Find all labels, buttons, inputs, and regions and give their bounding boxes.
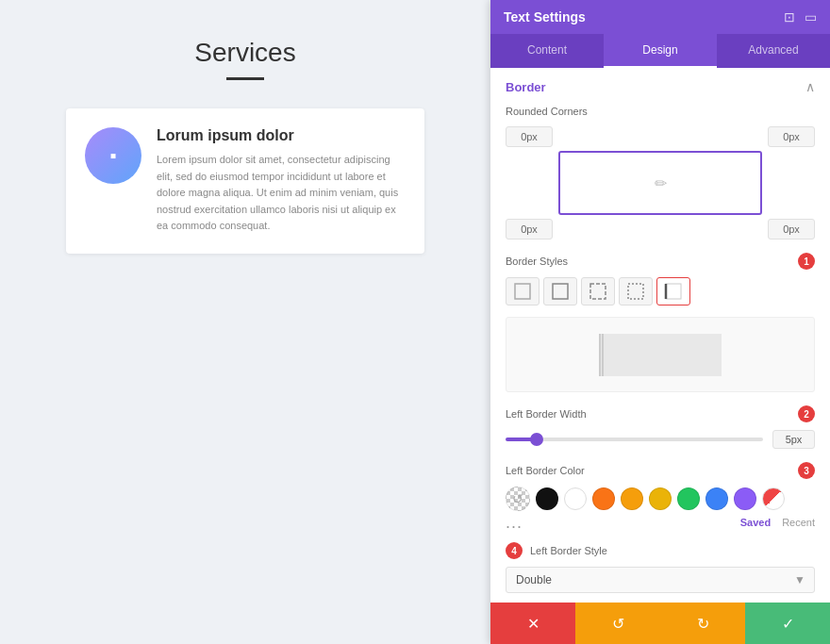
border-style-value: Double [516, 573, 552, 586]
card-heading: Lorum ipsum dolor [157, 127, 406, 144]
page-title: Services [194, 38, 295, 68]
cancel-icon: ✕ [527, 615, 540, 633]
svg-rect-0 [515, 284, 530, 299]
collapse-icon[interactable]: ∧ [805, 79, 815, 94]
title-underline [226, 77, 264, 80]
badge-3: 3 [798, 462, 815, 479]
tab-advanced[interactable]: Advanced [717, 34, 830, 68]
badge-2: 2 [798, 405, 815, 422]
color-blue[interactable] [706, 487, 728, 510]
color-tab-saved[interactable]: Saved [740, 517, 771, 537]
rounded-corners-label: Rounded Corners [506, 106, 815, 117]
left-border-style-label: Left Border Style [530, 545, 607, 556]
content-card: ▪ Lorum ipsum dolor Lorem ipsum dolor si… [66, 108, 424, 254]
border-style-dotted[interactable] [619, 277, 653, 305]
card-content: Lorum ipsum dolor Lorem ipsum dolor sit … [157, 127, 406, 235]
corner-top-row [506, 126, 815, 147]
color-more-dots[interactable]: ··· [506, 517, 523, 537]
color-yellow[interactable] [649, 487, 672, 510]
color-green[interactable] [677, 487, 700, 510]
settings-panel: Text Settings ⊡ ▭ Content Design Advance… [490, 0, 830, 644]
save-button[interactable]: ✓ [745, 603, 830, 644]
color-tab-recent[interactable]: Recent [782, 517, 815, 537]
svg-rect-2 [590, 284, 606, 299]
border-style-none[interactable] [506, 277, 540, 305]
tab-content[interactable]: Content [490, 34, 604, 68]
save-icon: ✓ [782, 615, 794, 633]
corner-bottom-row [506, 219, 815, 239]
color-orange[interactable] [592, 487, 615, 510]
edit-icon: ✏ [655, 174, 667, 192]
rounded-corners-control: ✏ [506, 126, 815, 239]
corner-preview-box: ✏ [558, 151, 762, 215]
left-border-color-label: Left Border Color [506, 465, 585, 476]
border-style-options [506, 277, 815, 305]
undo-icon: ↺ [612, 615, 624, 633]
border-section: Border ∧ Rounded Corners [490, 68, 830, 603]
border-style-left[interactable] [656, 277, 690, 305]
corner-bottom-right-input[interactable] [768, 219, 815, 239]
border-section-header[interactable]: Border ∧ [490, 68, 830, 106]
badge-4: 4 [506, 542, 523, 559]
color-white[interactable] [564, 487, 587, 510]
corner-bottom-left-input[interactable] [506, 219, 553, 239]
corner-middle-row: ✏ [506, 151, 815, 215]
cancel-button[interactable]: ✕ [490, 603, 575, 644]
svg-rect-3 [628, 284, 643, 299]
border-width-input[interactable] [772, 430, 815, 449]
left-border-width-label: Left Border Width [506, 408, 587, 420]
avatar: ▪ [85, 127, 141, 184]
border-style-select[interactable]: Double [506, 567, 815, 593]
color-transparent[interactable]: ↺ [506, 487, 530, 511]
settings-title: Text Settings [504, 9, 586, 25]
border-preview-box [599, 334, 722, 376]
badge-1: 1 [798, 253, 815, 270]
border-section-title: Border [506, 80, 546, 94]
color-swatches-row: ↺ [506, 487, 815, 511]
settings-header: Text Settings ⊡ ▭ [490, 0, 830, 34]
card-body: Lorem ipsum dolor sit amet, consectetur … [157, 152, 406, 235]
border-styles-label: Border Styles [506, 256, 568, 267]
monitor-icon: ▪ [109, 145, 116, 167]
color-purple[interactable] [734, 487, 756, 510]
svg-rect-4 [666, 284, 681, 299]
border-preview-area [506, 317, 815, 392]
header-icons: ⊡ ▭ [784, 9, 817, 25]
corner-top-left-input[interactable] [506, 126, 553, 147]
tab-design[interactable]: Design [604, 34, 717, 68]
settings-body: Border ∧ Rounded Corners [490, 68, 830, 603]
redo-icon: ↻ [697, 615, 709, 633]
section-content: Rounded Corners ✏ [490, 106, 830, 603]
expand-icon[interactable]: ▭ [805, 9, 817, 25]
resize-icon[interactable]: ⊡ [784, 9, 795, 25]
border-style-dashed[interactable] [581, 277, 615, 305]
settings-footer: ✕ ↺ ↻ ✓ [490, 603, 830, 644]
undo-button[interactable]: ↺ [575, 603, 660, 644]
border-style-solid[interactable] [543, 277, 577, 305]
slider-row [506, 430, 815, 449]
border-width-slider[interactable] [506, 438, 763, 441]
color-black[interactable] [536, 487, 558, 510]
color-red-striped[interactable] [762, 487, 785, 510]
corner-top-right-input[interactable] [768, 126, 815, 147]
color-amber[interactable] [621, 487, 643, 510]
settings-tabs: Content Design Advanced [490, 34, 830, 68]
page-preview: Services ▪ Lorum ipsum dolor Lorem ipsum… [0, 0, 490, 644]
color-tabs-row: ··· Saved Recent [506, 517, 815, 537]
svg-rect-1 [553, 284, 568, 299]
redo-button[interactable]: ↻ [660, 603, 745, 644]
border-style-select-wrapper: Double ▼ [506, 567, 815, 593]
